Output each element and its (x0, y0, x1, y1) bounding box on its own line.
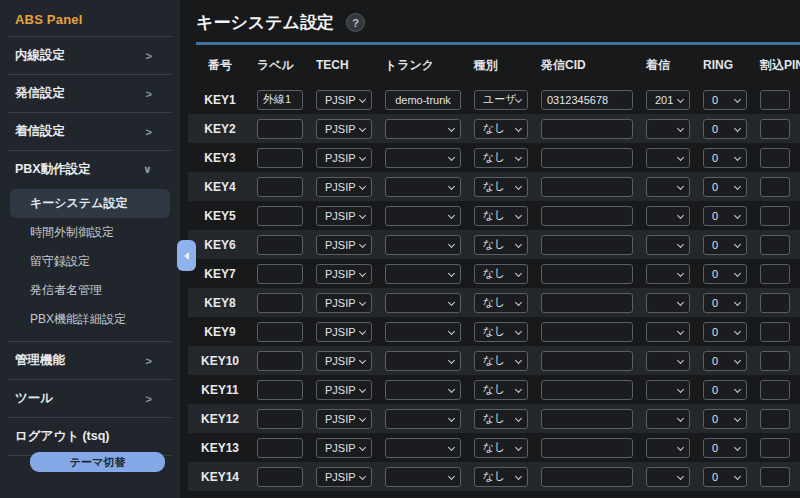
trunk-select[interactable] (385, 177, 461, 197)
tech-select[interactable]: PJSIP (316, 351, 372, 371)
sidebar-item-voicemail-settings[interactable]: 留守録設定 (10, 247, 170, 276)
ring-select[interactable]: 0 (703, 119, 747, 139)
tech-select[interactable]: PJSIP (316, 177, 372, 197)
label-input[interactable] (257, 467, 303, 487)
sidebar-item-pbx-advanced-settings[interactable]: PBX機能詳細設定 (10, 305, 170, 334)
outgoing-cid-input[interactable] (541, 264, 633, 284)
sidebar-item-pbx-operation-settings[interactable]: PBX動作設定∨ (0, 151, 180, 188)
sidebar-item-key-system-settings[interactable]: キーシステム設定 (10, 189, 170, 218)
type-select[interactable]: なし (474, 322, 528, 342)
trunk-select[interactable] (385, 438, 461, 458)
tech-select[interactable]: PJSIP (316, 206, 372, 226)
tech-select[interactable]: PJSIP (316, 438, 372, 458)
type-select[interactable]: なし (474, 264, 528, 284)
intrusion-pin-input[interactable] (760, 409, 790, 429)
type-select[interactable]: なし (474, 467, 528, 487)
intrusion-pin-input[interactable] (760, 380, 790, 400)
trunk-select[interactable] (385, 264, 461, 284)
label-input[interactable] (257, 177, 303, 197)
tech-select[interactable]: PJSIP (316, 322, 372, 342)
incoming-select[interactable] (646, 235, 690, 255)
ring-select[interactable]: 0 (703, 206, 747, 226)
intrusion-pin-input[interactable] (760, 206, 790, 226)
outgoing-cid-input[interactable] (541, 380, 633, 400)
incoming-select[interactable] (646, 206, 690, 226)
label-input[interactable] (257, 119, 303, 139)
intrusion-pin-input[interactable] (760, 177, 790, 197)
label-input[interactable] (257, 438, 303, 458)
ring-select[interactable]: 0 (703, 177, 747, 197)
trunk-select[interactable] (385, 148, 461, 168)
outgoing-cid-input[interactable] (541, 206, 633, 226)
outgoing-cid-input[interactable] (541, 409, 633, 429)
tech-select[interactable]: PJSIP (316, 380, 372, 400)
label-input[interactable] (257, 148, 303, 168)
incoming-select[interactable] (646, 293, 690, 313)
tech-select[interactable]: PJSIP (316, 235, 372, 255)
sidebar-item-admin-functions[interactable]: 管理機能> (0, 342, 180, 379)
ring-select[interactable]: 0 (703, 148, 747, 168)
incoming-select[interactable] (646, 322, 690, 342)
tech-select[interactable]: PJSIP (316, 148, 372, 168)
label-input[interactable] (257, 264, 303, 284)
outgoing-cid-input[interactable] (541, 235, 633, 255)
tech-select[interactable]: PJSIP (316, 90, 372, 110)
type-select[interactable]: なし (474, 351, 528, 371)
ring-select[interactable]: 0 (703, 235, 747, 255)
type-select[interactable]: なし (474, 380, 528, 400)
label-input[interactable] (257, 206, 303, 226)
intrusion-pin-input[interactable] (760, 235, 790, 255)
incoming-select[interactable]: 201 (646, 90, 690, 110)
type-select[interactable]: なし (474, 409, 528, 429)
sidebar-item-inbound-settings[interactable]: 着信設定> (0, 113, 180, 150)
intrusion-pin-input[interactable] (760, 264, 790, 284)
type-select[interactable]: なし (474, 235, 528, 255)
incoming-select[interactable] (646, 119, 690, 139)
intrusion-pin-input[interactable] (760, 119, 790, 139)
ring-select[interactable]: 0 (703, 351, 747, 371)
trunk-select[interactable] (385, 206, 461, 226)
ring-select[interactable]: 0 (703, 322, 747, 342)
type-select[interactable]: ユーザ (474, 90, 528, 110)
incoming-select[interactable] (646, 467, 690, 487)
sidebar-item-extension-settings[interactable]: 内線設定> (0, 37, 180, 74)
tech-select[interactable]: PJSIP (316, 409, 372, 429)
label-input[interactable] (257, 322, 303, 342)
outgoing-cid-input[interactable] (541, 177, 633, 197)
ring-select[interactable]: 0 (703, 409, 747, 429)
label-input[interactable] (257, 380, 303, 400)
incoming-select[interactable] (646, 351, 690, 371)
trunk-select[interactable] (385, 119, 461, 139)
outgoing-cid-input[interactable] (541, 119, 633, 139)
sidebar-item-tools[interactable]: ツール> (0, 380, 180, 417)
type-select[interactable]: なし (474, 206, 528, 226)
incoming-select[interactable] (646, 177, 690, 197)
incoming-select[interactable] (646, 264, 690, 284)
tech-select[interactable]: PJSIP (316, 264, 372, 284)
outgoing-cid-input[interactable] (541, 293, 633, 313)
sidebar-item-logout[interactable]: ログアウト (tsq) (0, 418, 180, 455)
type-select[interactable]: なし (474, 293, 528, 313)
intrusion-pin-input[interactable] (760, 148, 790, 168)
tech-select[interactable]: PJSIP (316, 467, 372, 487)
type-select[interactable]: なし (474, 119, 528, 139)
type-select[interactable]: なし (474, 148, 528, 168)
ring-select[interactable]: 0 (703, 90, 747, 110)
ring-select[interactable]: 0 (703, 380, 747, 400)
trunk-select[interactable]: demo-trunk (385, 90, 461, 110)
intrusion-pin-input[interactable] (760, 467, 790, 487)
outgoing-cid-input[interactable] (541, 322, 633, 342)
label-input[interactable] (257, 90, 303, 110)
trunk-select[interactable] (385, 351, 461, 371)
ring-select[interactable]: 0 (703, 264, 747, 284)
outgoing-cid-input[interactable] (541, 438, 633, 458)
ring-select[interactable]: 0 (703, 293, 747, 313)
incoming-select[interactable] (646, 438, 690, 458)
outgoing-cid-input[interactable] (541, 467, 633, 487)
trunk-select[interactable] (385, 235, 461, 255)
ring-select[interactable]: 0 (703, 467, 747, 487)
trunk-select[interactable] (385, 467, 461, 487)
intrusion-pin-input[interactable] (760, 90, 790, 110)
outgoing-cid-input[interactable] (541, 90, 633, 110)
incoming-select[interactable] (646, 409, 690, 429)
